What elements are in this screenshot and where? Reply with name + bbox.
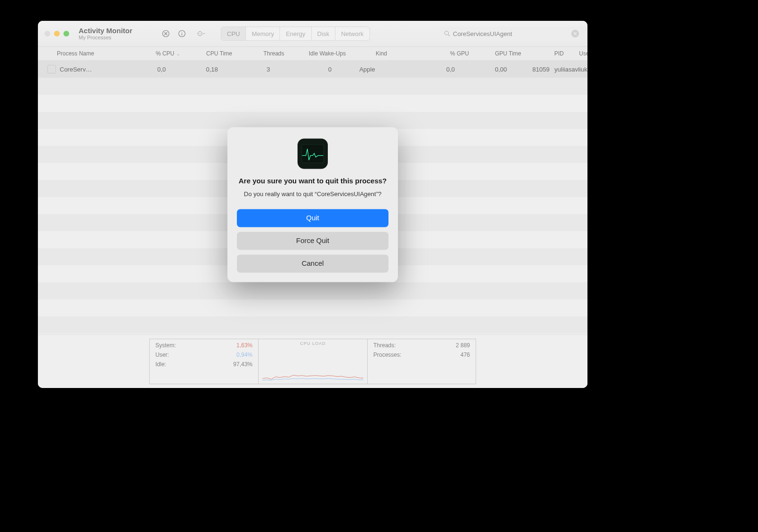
- quit-button[interactable]: Quit: [237, 209, 388, 227]
- dialog-message: Do you really want to quit “CoreServices…: [237, 190, 388, 198]
- heartbeat-icon: [301, 144, 324, 163]
- force-quit-button[interactable]: Force Quit: [237, 232, 388, 250]
- cancel-button[interactable]: Cancel: [237, 254, 388, 272]
- activity-monitor-app-icon: [298, 138, 328, 169]
- activity-monitor-window: Activity Monitor My Processes: [38, 21, 587, 388]
- dialog-title: Are you sure you want to quit this proce…: [237, 176, 388, 186]
- svg-rect-8: [302, 144, 324, 162]
- quit-confirmation-dialog: Are you sure you want to quit this proce…: [227, 127, 398, 282]
